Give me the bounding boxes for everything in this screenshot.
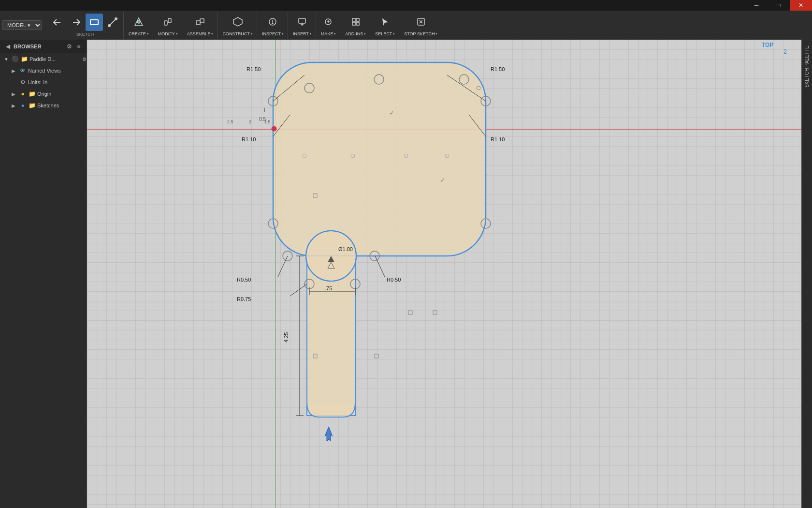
model-dropdown[interactable]: MODEL ▾ bbox=[2, 20, 42, 30]
svg-rect-79 bbox=[433, 311, 437, 314]
tree-item-sketches[interactable]: ▶ ● 📁 Sketches bbox=[0, 100, 87, 111]
svg-point-12 bbox=[272, 23, 273, 24]
svg-rect-7 bbox=[196, 21, 200, 25]
insert-dropdown[interactable]: INSERT ▾ bbox=[291, 30, 314, 37]
sketch-palette-label[interactable]: SKETCH PALETTE bbox=[804, 45, 810, 88]
tree-item-named-views[interactable]: ▶ 👁 Named Views bbox=[0, 65, 87, 76]
inspect-group: INSPECT ▾ bbox=[258, 12, 288, 39]
svg-rect-13 bbox=[299, 18, 305, 23]
sketch-line-button[interactable] bbox=[104, 14, 121, 31]
construct-dropdown[interactable]: CONSTRUCT ▾ bbox=[220, 30, 255, 37]
svg-rect-19 bbox=[352, 22, 355, 25]
svg-rect-77 bbox=[375, 354, 378, 358]
select-button[interactable] bbox=[377, 13, 394, 30]
modify-button[interactable] bbox=[159, 13, 176, 30]
sketch-rect-button[interactable] bbox=[86, 14, 103, 31]
svg-text:R0.75: R0.75 bbox=[237, 296, 251, 302]
browser-title: BROWSER bbox=[14, 44, 63, 49]
svg-rect-28 bbox=[273, 62, 486, 256]
svg-line-64 bbox=[290, 284, 307, 296]
viewcube: TOP 2 bbox=[748, 42, 787, 71]
svg-text:R1.10: R1.10 bbox=[491, 136, 505, 142]
sketch-palette-panel: SKETCH PALETTE bbox=[801, 40, 812, 508]
create-button[interactable] bbox=[130, 13, 147, 30]
create-dropdown[interactable]: CREATE ▾ bbox=[127, 30, 151, 37]
insert-button[interactable] bbox=[293, 13, 311, 30]
svg-rect-6 bbox=[168, 18, 171, 23]
svg-point-4 bbox=[137, 20, 140, 23]
select-group: SELECT ▾ bbox=[371, 12, 399, 39]
svg-text:✓: ✓ bbox=[440, 176, 446, 184]
titlebar: ─ □ ✕ bbox=[0, 0, 812, 11]
svg-text:.75: .75 bbox=[325, 285, 332, 291]
svg-line-62 bbox=[375, 256, 385, 277]
sketch-redo-button[interactable] bbox=[67, 14, 85, 31]
stopsketch-button[interactable] bbox=[412, 13, 430, 30]
construct-group: CONSTRUCT ▾ bbox=[218, 12, 257, 39]
svg-text:R1.10: R1.10 bbox=[242, 136, 256, 142]
make-button[interactable] bbox=[319, 13, 337, 30]
svg-text:Ø1.00: Ø1.00 bbox=[338, 246, 353, 252]
assemble-dropdown[interactable]: ASSEMBLE ▾ bbox=[185, 30, 216, 37]
sketch-group: SKETCH bbox=[47, 12, 124, 39]
canvas[interactable]: 1 0.5 Ø1.00 bbox=[87, 40, 801, 508]
svg-text:✓: ✓ bbox=[389, 109, 395, 117]
browser-collapse-button[interactable]: ◀ bbox=[4, 43, 12, 50]
assemble-group: ASSEMBLE ▾ bbox=[183, 12, 218, 39]
sketch-back-button[interactable] bbox=[49, 14, 66, 31]
view-number: 2 bbox=[748, 48, 787, 55]
view-top-label[interactable]: TOP bbox=[748, 42, 787, 48]
browser-header: ◀ BROWSER ⚙ ≡ bbox=[0, 40, 87, 53]
toolbar: MODEL ▾ SKETCH CREATE ▾ bbox=[0, 11, 812, 40]
svg-marker-74 bbox=[325, 427, 333, 441]
addins-dropdown[interactable]: ADD-INS ▾ bbox=[343, 30, 368, 37]
insert-group: INSERT ▾ bbox=[289, 12, 316, 39]
browser-panel: ◀ BROWSER ⚙ ≡ ▼ ⚫ 📁 Paddle D... ⚙ ▶ 👁 Na… bbox=[0, 40, 87, 508]
close-button[interactable]: ✕ bbox=[790, 0, 812, 11]
svg-marker-9 bbox=[233, 17, 242, 26]
svg-text:1: 1 bbox=[263, 108, 266, 113]
sketch-canvas: 1 0.5 Ø1.00 bbox=[87, 40, 801, 508]
svg-text:2.5: 2.5 bbox=[227, 120, 233, 124]
svg-text:R1.50: R1.50 bbox=[246, 66, 261, 72]
svg-point-1 bbox=[108, 25, 110, 27]
maximize-button[interactable]: □ bbox=[768, 0, 790, 11]
tree-item-units[interactable]: ▶ ⚙ Units: In bbox=[0, 76, 87, 88]
browser-settings-button[interactable]: ⚙ bbox=[65, 43, 73, 50]
inspect-button[interactable] bbox=[264, 13, 281, 30]
assemble-button[interactable] bbox=[191, 13, 209, 30]
svg-text:2: 2 bbox=[249, 120, 251, 124]
inspect-dropdown[interactable]: INSPECT ▾ bbox=[260, 30, 286, 37]
svg-rect-18 bbox=[356, 18, 359, 21]
addins-button[interactable] bbox=[347, 13, 364, 30]
make-dropdown[interactable]: MAKE ▾ bbox=[319, 30, 338, 37]
svg-text:R1.50: R1.50 bbox=[491, 66, 505, 72]
modify-group: MODIFY ▾ bbox=[154, 12, 182, 39]
svg-point-2 bbox=[115, 18, 117, 20]
svg-point-51 bbox=[272, 126, 276, 131]
svg-rect-17 bbox=[352, 18, 355, 21]
svg-rect-5 bbox=[164, 21, 167, 25]
svg-text:R0.50: R0.50 bbox=[387, 277, 401, 283]
construct-button[interactable] bbox=[229, 13, 246, 30]
tree-item-root[interactable]: ▼ ⚫ 📁 Paddle D... ⚙ bbox=[0, 53, 87, 65]
browser-menu-button[interactable]: ≡ bbox=[75, 43, 83, 50]
tree-item-origin[interactable]: ▶ ● 📁 Origin bbox=[0, 88, 87, 100]
addins-group: ADD-INS ▾ bbox=[341, 12, 370, 39]
svg-rect-8 bbox=[200, 19, 204, 23]
minimize-button[interactable]: ─ bbox=[745, 0, 768, 11]
stopsketch-group: STOP SKETCH ▾ bbox=[400, 12, 441, 39]
svg-text:4.25: 4.25 bbox=[283, 332, 289, 343]
select-dropdown[interactable]: SELECT ▾ bbox=[373, 30, 397, 37]
make-group: MAKE ▾ bbox=[317, 12, 341, 39]
svg-line-60 bbox=[278, 256, 288, 277]
svg-rect-20 bbox=[356, 22, 359, 25]
sketch-group-label: SKETCH bbox=[76, 32, 94, 37]
svg-rect-78 bbox=[408, 311, 412, 314]
modify-dropdown[interactable]: MODIFY ▾ bbox=[156, 30, 180, 37]
svg-rect-0 bbox=[90, 20, 98, 25]
create-group: CREATE ▾ bbox=[125, 12, 153, 39]
stopsketch-dropdown[interactable]: STOP SKETCH ▾ bbox=[402, 30, 439, 37]
svg-text:1.5: 1.5 bbox=[264, 120, 271, 124]
main-area: ◀ BROWSER ⚙ ≡ ▼ ⚫ 📁 Paddle D... ⚙ ▶ 👁 Na… bbox=[0, 40, 812, 508]
